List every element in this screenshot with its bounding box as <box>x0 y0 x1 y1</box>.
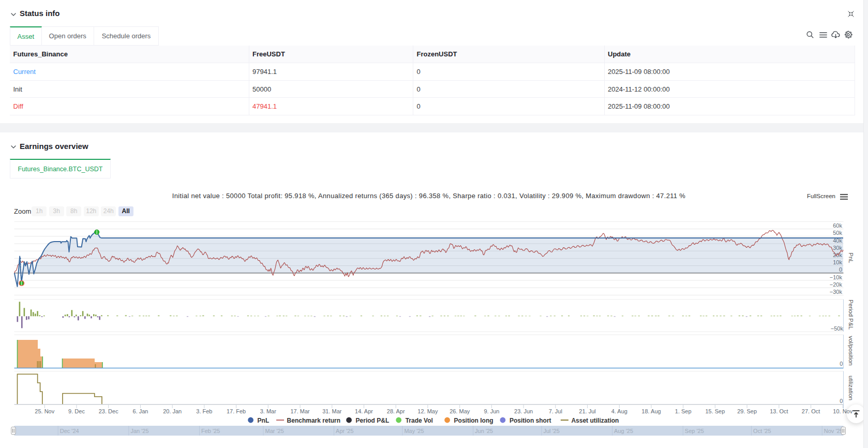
svg-text:60k: 60k <box>833 222 842 229</box>
svg-text:PnL: PnL <box>258 417 270 424</box>
svg-text:Jan '25: Jan '25 <box>130 428 148 434</box>
svg-text:29. Sep: 29. Sep <box>737 408 757 414</box>
svg-text:0: 0 <box>840 398 843 404</box>
svg-text:Feb '25: Feb '25 <box>201 428 220 434</box>
svg-text:Sep '25: Sep '25 <box>685 428 704 434</box>
svg-text:Aug '25: Aug '25 <box>614 428 633 434</box>
svg-text:27. Oct: 27. Oct <box>802 408 820 414</box>
svg-text:12. May: 12. May <box>417 408 438 414</box>
svg-text:1. Sep: 1. Sep <box>675 408 692 414</box>
svg-text:3. Feb: 3. Feb <box>196 408 212 414</box>
svg-text:13. Oct: 13. Oct <box>770 408 788 414</box>
svg-text:3. Mar: 3. Mar <box>260 408 277 414</box>
svg-text:14. Apr: 14. Apr <box>355 408 373 414</box>
svg-text:28. Apr: 28. Apr <box>387 408 405 414</box>
svg-text:25. Nov: 25. Nov <box>35 408 54 414</box>
svg-text:Position long: Position long <box>454 417 493 424</box>
svg-text:4. Aug: 4. Aug <box>611 408 627 414</box>
svg-text:6. Jan: 6. Jan <box>133 408 148 414</box>
svg-text:−50k: −50k <box>831 325 844 332</box>
svg-text:Dec '24: Dec '24 <box>60 428 79 434</box>
svg-text:50k: 50k <box>833 230 842 236</box>
svg-text:Nov '25: Nov '25 <box>824 428 843 434</box>
svg-text:−10k: −10k <box>830 274 843 280</box>
svg-text:10. Nov: 10. Nov <box>833 408 852 414</box>
svg-text:Asset utilization: Asset utilization <box>571 417 619 424</box>
svg-text:utilization: utilization <box>848 376 854 400</box>
svg-text:0: 0 <box>840 361 843 367</box>
svg-text:7. Jul: 7. Jul <box>549 408 562 414</box>
svg-text:Jul '25: Jul '25 <box>543 428 559 434</box>
svg-text:31. Mar: 31. Mar <box>322 408 342 414</box>
svg-text:Benchmark return: Benchmark return <box>287 417 340 424</box>
svg-text:9. Dec: 9. Dec <box>68 408 85 414</box>
svg-text:17. Mar: 17. Mar <box>290 408 310 414</box>
svg-text:Period P&L: Period P&L <box>848 300 854 330</box>
svg-text:Oct '25: Oct '25 <box>753 428 771 434</box>
svg-text:Apr '25: Apr '25 <box>336 428 354 434</box>
svg-text:18. Aug: 18. Aug <box>641 408 661 414</box>
svg-text:vol/position: vol/position <box>848 336 854 366</box>
svg-text:−30k: −30k <box>830 289 843 295</box>
svg-text:15. Sep: 15. Sep <box>705 408 725 414</box>
svg-text:23. Jun: 23. Jun <box>514 408 533 414</box>
svg-text:23. Dec: 23. Dec <box>99 408 118 414</box>
svg-text:21. Jul: 21. Jul <box>579 408 595 414</box>
svg-text:26. May: 26. May <box>450 408 470 414</box>
svg-text:May '25: May '25 <box>404 428 424 434</box>
svg-text:Trade Vol: Trade Vol <box>406 417 433 424</box>
svg-text:PnL: PnL <box>848 252 854 263</box>
svg-text:Mar '25: Mar '25 <box>265 428 284 434</box>
svg-text:Jun '25: Jun '25 <box>475 428 493 434</box>
svg-text:Period P&L: Period P&L <box>356 417 390 424</box>
svg-text:9. Jun: 9. Jun <box>484 408 499 414</box>
svg-text:Position short: Position short <box>510 417 551 424</box>
svg-text:20. Jan: 20. Jan <box>163 408 182 414</box>
svg-text:17. Feb: 17. Feb <box>227 408 246 414</box>
svg-text:−20k: −20k <box>830 281 843 288</box>
